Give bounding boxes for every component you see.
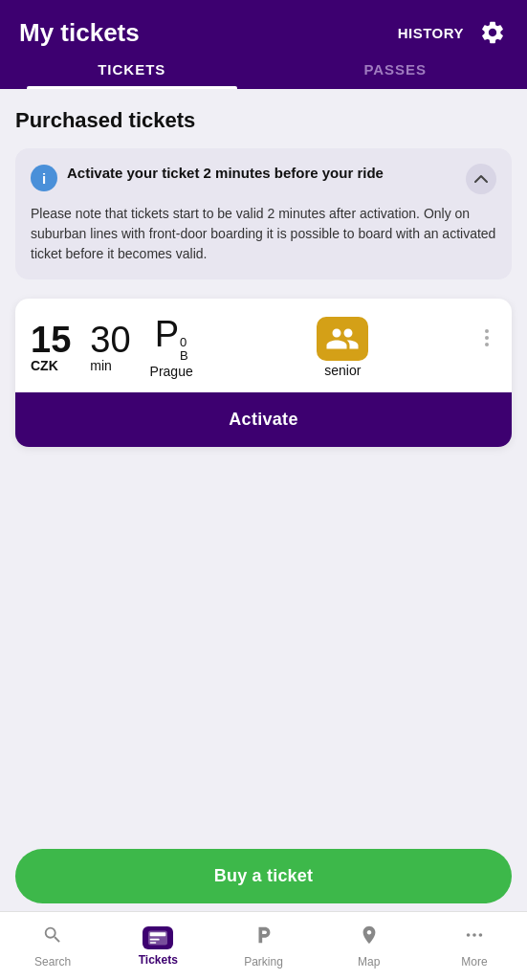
nav-label-search: Search [34, 955, 71, 969]
nav-label-map: Map [358, 955, 380, 969]
history-button[interactable]: HISTORY [398, 25, 464, 41]
collapse-info-button[interactable] [466, 164, 496, 194]
nav-label-tickets: Tickets [139, 953, 178, 967]
ticket-type-col: senior [209, 317, 477, 378]
ticket-zone-label: Prague [150, 364, 193, 379]
dot-2 [485, 336, 489, 340]
nav-item-more[interactable]: More [422, 912, 527, 980]
nav-item-map[interactable]: Map [317, 912, 422, 980]
ticket-zone-col: P 0 B Prague [150, 316, 193, 379]
info-card: i Activate your ticket 2 minutes before … [15, 148, 512, 279]
svg-point-5 [472, 933, 476, 937]
ticket-zone-superscript: 0 B [180, 336, 188, 364]
info-card-heading: Activate your ticket 2 minutes before yo… [67, 164, 384, 183]
page-title: My tickets [19, 18, 140, 48]
section-title: Purchased tickets [15, 108, 512, 133]
ticket-price-label: CZK [31, 358, 58, 373]
info-icon: i [31, 165, 57, 191]
tab-bar: TICKETS PASSES [0, 48, 527, 89]
ticket-zone-p: P [155, 316, 179, 352]
nav-item-search[interactable]: Search [0, 912, 105, 980]
activate-button[interactable]: Activate [15, 392, 512, 447]
settings-icon[interactable] [477, 17, 508, 48]
svg-rect-2 [150, 938, 160, 940]
header-actions: HISTORY [398, 17, 508, 48]
senior-badge [317, 317, 368, 361]
ticket-zone-sup-bot: B [180, 349, 188, 363]
info-card-left: i Activate your ticket 2 minutes before … [31, 164, 384, 191]
ticket-card: 15 CZK 30 min P 0 B Prague [15, 299, 512, 447]
buy-ticket-section: Buy a ticket [0, 849, 527, 903]
ticket-info-row: 15 CZK 30 min P 0 B Prague [15, 299, 512, 392]
tickets-nav-icon-bg [143, 926, 173, 949]
tab-passes[interactable]: PASSES [264, 48, 528, 89]
search-icon [42, 924, 63, 951]
more-icon [464, 924, 485, 951]
tickets-icon [143, 926, 173, 949]
dot-3 [485, 343, 489, 346]
svg-rect-3 [150, 942, 157, 944]
dot-1 [485, 329, 489, 333]
ticket-menu-button[interactable] [477, 322, 496, 354]
ticket-duration-col: 30 min [90, 322, 130, 373]
ticket-price: 15 [31, 322, 71, 358]
ticket-type-label: senior [324, 363, 361, 378]
ticket-zone-text: P 0 B [155, 316, 188, 364]
info-card-body: Please note that tickets start to be val… [31, 204, 496, 264]
ticket-price-col: 15 CZK [31, 322, 71, 373]
buy-ticket-button[interactable]: Buy a ticket [15, 849, 512, 903]
svg-point-4 [467, 933, 471, 937]
svg-rect-1 [150, 932, 166, 936]
ticket-zone-sup-top: 0 [180, 336, 188, 349]
header: My tickets HISTORY [0, 0, 527, 48]
main-content: Purchased tickets i Activate your ticket… [0, 89, 527, 447]
ticket-duration-label: min [90, 358, 112, 373]
svg-point-6 [478, 933, 482, 937]
nav-item-tickets[interactable]: Tickets [105, 912, 210, 980]
bottom-nav: Search Tickets Parking [0, 911, 527, 980]
nav-label-more: More [461, 955, 487, 969]
map-icon [359, 924, 380, 951]
nav-label-parking: Parking [244, 955, 283, 969]
tab-tickets[interactable]: TICKETS [0, 48, 264, 89]
info-card-header: i Activate your ticket 2 minutes before … [31, 164, 496, 194]
nav-item-parking[interactable]: Parking [210, 912, 316, 980]
ticket-duration: 30 [90, 322, 130, 358]
parking-icon [253, 924, 274, 951]
